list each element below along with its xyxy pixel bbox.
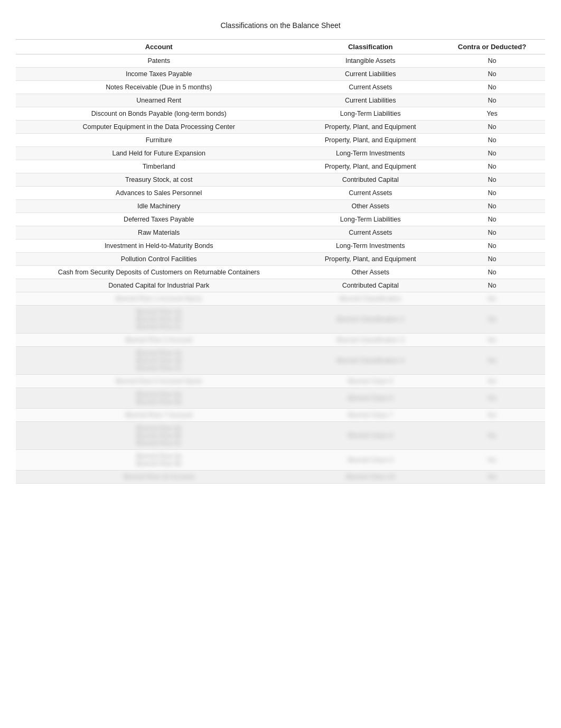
account-cell: Blurred Row 2aBlurred Row 2bBlurred Row … [16,306,302,334]
table-row: Blurred Row 7 AccountBlurred Class 7No [16,409,545,422]
contra-cell: No [439,292,545,306]
contra-cell: No [439,226,545,239]
account-cell: Cash from Security Deposits of Customers… [16,266,302,279]
classification-cell: Blurred Class 8 [302,422,439,450]
classification-header: Classification [302,40,439,54]
account-cell: Patents [16,54,302,68]
contra-cell: No [439,213,545,226]
table-row: Blurred Row 10 AccountBlurred Class 10No [16,471,545,484]
table-row: Treasury Stock, at costContributed Capit… [16,173,545,187]
classification-cell: Property, Plant, and Equipment [302,134,439,147]
account-cell: Discount on Bonds Payable (long-term bon… [16,107,302,121]
account-cell: Income Taxes Payable [16,68,302,81]
table-row: Land Held for Future ExpansionLong-Term … [16,147,545,160]
account-cell: Timberland [16,160,302,173]
table-row: Deferred Taxes PayableLong-Term Liabilit… [16,213,545,226]
classification-cell: Blurred Class 5 [302,375,439,388]
contra-cell: No [439,279,545,292]
classification-cell: Current Assets [302,187,439,200]
classifications-table: Account Classification Contra or Deducte… [16,39,545,484]
table-row: Cash from Security Deposits of Customers… [16,266,545,279]
contra-cell: No [439,160,545,173]
contra-cell: No [439,347,545,375]
classification-cell: Current Assets [302,226,439,239]
contra-cell: No [439,422,545,450]
table-row: Pollution Control FacilitiesProperty, Pl… [16,253,545,266]
classification-cell: Long-Term Investments [302,239,439,253]
account-cell: Blurred Row 9aBlurred Row 9b [16,450,302,471]
classification-cell: Blurred Classification 2 [302,306,439,334]
account-cell: Computer Equipment in the Data Processin… [16,121,302,134]
account-cell: Blurred Row 7 Account [16,409,302,422]
account-cell: Unearned Rent [16,94,302,107]
table-row: Blurred Row 2aBlurred Row 2bBlurred Row … [16,306,545,334]
table-row: Blurred Row 4aBlurred Row 4bBlurred Row … [16,347,545,375]
account-cell: Blurred Row 10 Account [16,471,302,484]
table-row: Blurred Row 6aBlurred Row 6bBlurred Clas… [16,388,545,409]
account-cell: Pollution Control Facilities [16,253,302,266]
classification-cell: Long-Term Liabilities [302,213,439,226]
classification-cell: Contributed Capital [302,279,439,292]
table-row: Computer Equipment in the Data Processin… [16,121,545,134]
table-header-row: Account Classification Contra or Deducte… [16,40,545,54]
contra-cell: No [439,334,545,347]
contra-cell: No [439,134,545,147]
classification-cell: Intangible Assets [302,54,439,68]
table-row: Blurred Row 8aBlurred Row 8bBlurred Row … [16,422,545,450]
contra-cell: No [439,306,545,334]
account-cell: Land Held for Future Expansion [16,147,302,160]
table-row: Donated Capital for Industrial ParkContr… [16,279,545,292]
account-cell: Blurred Row 4aBlurred Row 4bBlurred Row … [16,347,302,375]
classification-cell: Blurred Class 9 [302,450,439,471]
contra-cell: No [439,388,545,409]
classification-cell: Contributed Capital [302,173,439,187]
account-cell: Blurred Row 8aBlurred Row 8bBlurred Row … [16,422,302,450]
table-row: Idle MachineryOther AssetsNo [16,200,545,213]
contra-cell: No [439,187,545,200]
table-row: Blurred Row 3 AccountBlurred Classificat… [16,334,545,347]
table-row: Blurred Row 9aBlurred Row 9bBlurred Clas… [16,450,545,471]
contra-cell: No [439,375,545,388]
contra-cell: No [439,200,545,213]
contra-cell: No [439,121,545,134]
table-row: Investment in Held-to-Maturity BondsLong… [16,239,545,253]
contra-cell: No [439,409,545,422]
contra-cell: No [439,173,545,187]
classification-cell: Long-Term Liabilities [302,107,439,121]
page-title: Classifications on the Balance Sheet [16,21,545,30]
contra-cell: No [439,54,545,68]
contra-cell: No [439,450,545,471]
account-cell: Raw Materials [16,226,302,239]
classification-cell: Blurred Classification 4 [302,347,439,375]
contra-cell: No [439,266,545,279]
contra-cell: No [439,68,545,81]
table-row: Blurred Row 5 Account NameBlurred Class … [16,375,545,388]
table-row: Blurred Row 1 Account NameBlurred Classi… [16,292,545,306]
table-row: FurnitureProperty, Plant, and EquipmentN… [16,134,545,147]
table-row: Discount on Bonds Payable (long-term bon… [16,107,545,121]
contra-cell: No [439,253,545,266]
classification-cell: Blurred Class 10 [302,471,439,484]
table-row: Income Taxes PayableCurrent LiabilitiesN… [16,68,545,81]
classification-cell: Long-Term Investments [302,147,439,160]
account-cell: Notes Receivable (Due in 5 months) [16,81,302,94]
account-cell: Advances to Sales Personnel [16,187,302,200]
classification-cell: Blurred Class 6 [302,388,439,409]
classification-cell: Current Assets [302,81,439,94]
account-cell: Deferred Taxes Payable [16,213,302,226]
account-cell: Donated Capital for Industrial Park [16,279,302,292]
classification-cell: Blurred Class 7 [302,409,439,422]
contra-cell: No [439,147,545,160]
classification-cell: Blurred Classification 3 [302,334,439,347]
account-cell: Treasury Stock, at cost [16,173,302,187]
table-row: Unearned RentCurrent LiabilitiesNo [16,94,545,107]
classification-cell: Property, Plant, and Equipment [302,160,439,173]
account-cell: Furniture [16,134,302,147]
account-cell: Blurred Row 6aBlurred Row 6b [16,388,302,409]
table-row: Advances to Sales PersonnelCurrent Asset… [16,187,545,200]
table-row: TimberlandProperty, Plant, and Equipment… [16,160,545,173]
account-cell: Idle Machinery [16,200,302,213]
contra-cell: No [439,471,545,484]
contra-cell: No [439,81,545,94]
contra-cell: No [439,239,545,253]
